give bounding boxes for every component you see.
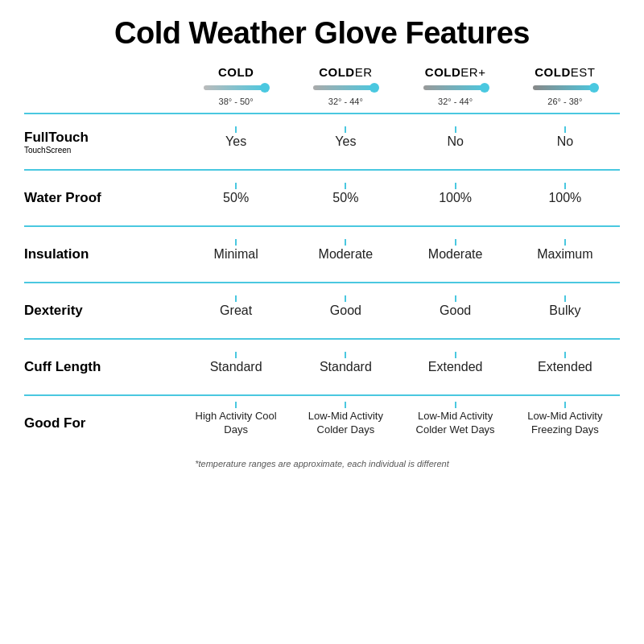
data-row-0: FullTouchTouchScreenYesYesNoNo: [24, 113, 620, 169]
cold-label: COLD: [218, 65, 254, 79]
cold-bar: [204, 85, 268, 90]
page-title: Cold Weather Glove Features: [114, 16, 530, 51]
row-label-4: Cuff Length: [24, 359, 181, 375]
cell-r2-c0: Minimal: [181, 247, 291, 262]
colderplus-temp: 32° - 44°: [438, 97, 473, 106]
colder-dot: [369, 83, 379, 93]
cell-r4-c1: Standard: [291, 360, 400, 374]
cell-r3-c3: Bulky: [510, 303, 620, 318]
cell-r2-c3: Maximum: [510, 247, 620, 262]
colderplus-bar: [423, 85, 488, 90]
cell-r2-c2: Moderate: [401, 247, 510, 262]
table-wrapper: COLD 38° - 50° COLDER 32°: [24, 65, 620, 636]
cell-r2-c1: Moderate: [291, 247, 400, 262]
coldest-label: COLDEST: [535, 65, 595, 79]
cell-r0-c3: No: [510, 134, 620, 149]
header-colderplus: COLDER+ 32° - 44°: [401, 65, 510, 106]
cell-r1-c2: 100%: [401, 191, 510, 205]
coldest-bar: [533, 85, 597, 90]
cell-r4-c3: Extended: [510, 360, 620, 374]
row-label-3: Dexterity: [24, 303, 181, 319]
cell-r5-c1: Low-Mid Activity Colder Days: [291, 410, 400, 437]
cell-r4-c2: Extended: [401, 360, 510, 374]
cell-r0-c2: No: [401, 134, 510, 149]
cold-dot: [260, 83, 270, 93]
coldest-temp: 26° - 38°: [547, 97, 582, 106]
page: Cold Weather Glove Features COLD 38° - 5…: [0, 0, 644, 644]
header-colder: COLDER 32° - 44°: [291, 65, 400, 106]
cell-r1-c0: 50%: [181, 191, 291, 205]
footer-note: *temperature ranges are approximate, eac…: [24, 459, 620, 469]
data-row-4: Cuff LengthStandardStandardExtendedExten…: [24, 338, 620, 394]
cold-thermometer: [204, 82, 268, 93]
colderplus-label: COLDER+: [425, 65, 486, 79]
cell-r5-c3: Low-Mid Activity Freezing Days: [510, 410, 620, 437]
cell-r1-c3: 100%: [510, 191, 620, 205]
data-rows: FullTouchTouchScreenYesYesNoNoWater Proo…: [24, 113, 620, 451]
coldest-dot: [589, 83, 599, 93]
header-empty: [24, 65, 181, 106]
row-label-0: FullTouchTouchScreen: [24, 130, 181, 155]
cell-r3-c1: Good: [291, 303, 400, 318]
cell-r3-c2: Good: [401, 303, 510, 318]
row-label-1: Water Proof: [24, 190, 181, 206]
cell-r3-c0: Great: [181, 303, 291, 318]
data-row-5: Good ForHigh Activity Cool DaysLow-Mid A…: [24, 394, 620, 451]
colder-bar: [313, 85, 378, 90]
data-row-3: DexterityGreatGoodGoodBulky: [24, 282, 620, 338]
colder-temp: 32° - 44°: [328, 97, 363, 106]
row-label-2: Insulation: [24, 246, 181, 262]
colderplus-thermometer: [423, 82, 488, 93]
header-coldest: COLDEST 26° - 38°: [510, 65, 620, 106]
cold-temp: 38° - 50°: [219, 97, 254, 106]
cell-r1-c1: 50%: [291, 191, 400, 205]
cell-r0-c1: Yes: [291, 134, 400, 149]
cell-r0-c0: Yes: [181, 134, 291, 149]
cell-r4-c0: Standard: [181, 360, 291, 374]
header-cold: COLD 38° - 50°: [181, 65, 291, 106]
row-label-5: Good For: [24, 415, 181, 431]
data-row-1: Water Proof50%50%100%100%: [24, 169, 620, 225]
data-row-2: InsulationMinimalModerateModerateMaximum: [24, 225, 620, 282]
header-row: COLD 38° - 50° COLDER 32°: [24, 65, 620, 106]
cell-r5-c0: High Activity Cool Days: [181, 410, 291, 437]
cell-r5-c2: Low-Mid Activity Colder Wet Days: [401, 410, 510, 437]
colder-thermometer: [313, 82, 378, 93]
coldest-thermometer: [533, 82, 597, 93]
colderplus-dot: [480, 83, 489, 93]
colder-label: COLDER: [319, 65, 372, 79]
